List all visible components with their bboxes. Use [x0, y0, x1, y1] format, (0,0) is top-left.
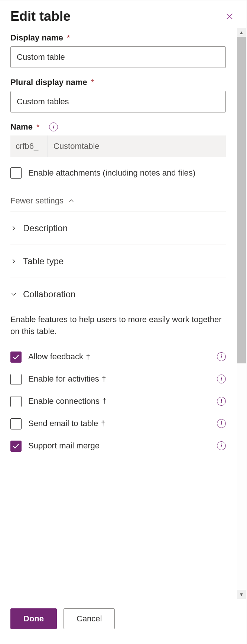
collaboration-row-left: Allow feedback † — [10, 351, 90, 363]
collaboration-row: Send email to table †i — [10, 412, 226, 435]
edit-table-panel: Edit table ▲ ▼ Display name * Plu — [0, 0, 247, 644]
collaboration-label: Enable for activities † — [28, 374, 106, 384]
field-name: Name * i crfb6_ — [10, 122, 226, 157]
name-prefix: crfb6_ — [10, 135, 48, 157]
collaboration-row: Enable connections †i — [10, 390, 226, 412]
name-label: Name * i — [10, 122, 226, 132]
required-asterisk: * — [67, 33, 70, 43]
panel-header: Edit table — [0, 0, 247, 28]
collaboration-row: Enable for activities †i — [10, 368, 226, 390]
name-label-text: Name — [10, 122, 33, 132]
section-description-title: Description — [23, 223, 68, 233]
collaboration-checkbox[interactable] — [10, 396, 22, 407]
info-icon[interactable]: i — [217, 375, 226, 383]
dagger-icon: † — [84, 353, 90, 361]
close-button[interactable] — [223, 10, 236, 23]
close-icon — [225, 12, 234, 20]
collaboration-row: Allow feedback †i — [10, 346, 226, 368]
dagger-icon: † — [100, 375, 106, 383]
fewer-settings-toggle[interactable]: Fewer settings — [10, 196, 226, 206]
collaboration-checkbox[interactable] — [10, 441, 22, 452]
dagger-icon: † — [99, 419, 105, 428]
info-icon[interactable]: i — [217, 419, 226, 428]
collaboration-row-left: Support mail merge — [10, 440, 100, 452]
name-input — [48, 135, 226, 157]
enable-attachments-checkbox[interactable] — [10, 167, 22, 179]
collaboration-checkbox[interactable] — [10, 418, 22, 429]
collaboration-row-left: Enable for activities † — [10, 373, 106, 385]
collaboration-items: Allow feedback †iEnable for activities †… — [10, 346, 226, 457]
panel-footer: Done Cancel — [0, 599, 247, 644]
collaboration-label: Allow feedback † — [28, 352, 90, 362]
field-display-name: Display name * — [10, 33, 226, 68]
done-button[interactable]: Done — [10, 608, 57, 629]
name-input-row: crfb6_ — [10, 135, 226, 157]
chevron-up-icon — [68, 197, 75, 204]
display-name-label-text: Display name — [10, 33, 63, 43]
dagger-icon: † — [100, 397, 107, 405]
plural-name-label: Plural display name * — [10, 78, 226, 87]
section-collaboration-title: Collaboration — [23, 289, 75, 300]
required-asterisk: * — [91, 78, 94, 87]
cancel-button[interactable]: Cancel — [64, 608, 115, 629]
collaboration-row-left: Enable connections † — [10, 395, 107, 407]
form-content: Display name * Plural display name * Nam… — [10, 28, 236, 457]
info-icon[interactable]: i — [217, 397, 226, 406]
fewer-settings-label: Fewer settings — [10, 196, 64, 206]
name-info-icon[interactable]: i — [49, 122, 58, 131]
section-collaboration-header[interactable]: Collaboration — [10, 278, 226, 311]
scroll-region: ▲ ▼ Display name * Plural display name * — [0, 28, 247, 599]
required-asterisk: * — [36, 122, 40, 132]
chevron-right-icon — [10, 258, 17, 265]
scrollbar-down-arrow[interactable]: ▼ — [237, 590, 246, 599]
collaboration-checkbox[interactable] — [10, 352, 22, 363]
section-table-type-title: Table type — [23, 256, 64, 267]
panel-title: Edit table — [10, 9, 71, 24]
section-table-type-header[interactable]: Table type — [10, 245, 226, 278]
collaboration-description: Enable features to help users to more ea… — [10, 314, 226, 337]
collaboration-row: Support mail mergei — [10, 435, 226, 457]
display-name-label: Display name * — [10, 33, 226, 43]
plural-name-input[interactable] — [10, 91, 226, 112]
info-icon[interactable]: i — [217, 441, 226, 450]
collaboration-checkbox[interactable] — [10, 374, 22, 385]
display-name-input[interactable] — [10, 46, 226, 68]
scrollbar-up-arrow[interactable]: ▲ — [237, 28, 246, 37]
enable-attachments-row: Enable attachments (including notes and … — [10, 167, 226, 179]
scrollbar-thumb[interactable] — [237, 37, 246, 363]
collaboration-label: Send email to table † — [28, 419, 105, 428]
enable-attachments-label: Enable attachments (including notes and … — [28, 167, 195, 179]
chevron-right-icon — [10, 225, 17, 232]
field-plural-name: Plural display name * — [10, 78, 226, 112]
collaboration-label: Enable connections † — [28, 396, 107, 406]
section-description-header[interactable]: Description — [10, 212, 226, 245]
info-icon[interactable]: i — [217, 352, 226, 361]
plural-name-label-text: Plural display name — [10, 78, 87, 87]
collaboration-label: Support mail merge — [28, 441, 100, 451]
collaboration-row-left: Send email to table † — [10, 418, 105, 429]
chevron-down-icon — [10, 291, 17, 298]
